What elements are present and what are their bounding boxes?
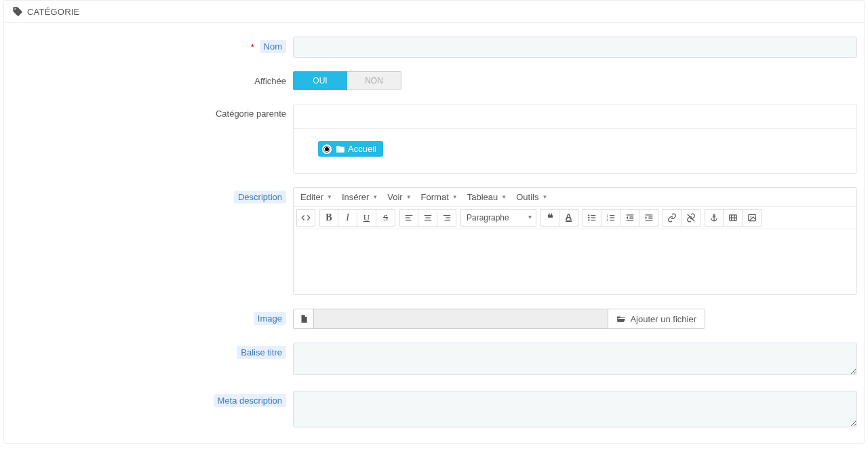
folder-icon	[336, 144, 345, 154]
align-right-button[interactable]	[437, 209, 456, 227]
title-tag-input[interactable]	[293, 343, 857, 375]
anchor-button[interactable]	[705, 209, 724, 227]
tag-icon	[12, 6, 23, 17]
editor-content-area[interactable]	[294, 229, 856, 294]
svg-point-38	[750, 216, 751, 218]
source-code-button[interactable]	[296, 209, 315, 227]
svg-text:3: 3	[606, 218, 608, 222]
link-button[interactable]	[663, 209, 682, 227]
menu-insert[interactable]: Insérer▼	[342, 192, 378, 202]
row-parent-category: Catégorie parente Accueil	[11, 104, 857, 174]
row-title-tag: Balise titre	[11, 343, 857, 377]
menu-edit[interactable]: Editer▼	[300, 192, 332, 202]
label-image-text: Image	[254, 312, 286, 325]
underline-button[interactable]: U	[357, 209, 376, 227]
label-name-text: Nom	[260, 40, 286, 53]
row-displayed: Affichée OUI NON	[11, 71, 857, 90]
name-input[interactable]	[293, 37, 857, 58]
align-center-button[interactable]	[418, 209, 437, 227]
label-description: Description	[11, 187, 293, 295]
toggle-no[interactable]: NON	[347, 71, 401, 90]
label-meta-description-text: Meta description	[214, 394, 286, 407]
row-meta-description: Meta description	[11, 391, 857, 429]
text-color-button[interactable]: A	[559, 209, 578, 227]
panel-header: CATÉGORIE	[4, 1, 864, 23]
radio-selected-icon	[322, 144, 332, 154]
outdent-button[interactable]	[620, 209, 639, 227]
svg-point-11	[589, 217, 589, 218]
svg-point-13	[589, 220, 589, 220]
indent-button[interactable]	[639, 209, 658, 227]
label-image: Image	[11, 309, 293, 329]
numbered-list-button[interactable]: 123	[601, 209, 620, 227]
add-file-button[interactable]: Ajouter un fichier	[608, 309, 705, 329]
required-asterisk: *	[251, 42, 254, 52]
bold-button[interactable]: B	[319, 209, 338, 227]
svg-point-9	[589, 215, 589, 216]
folder-open-icon	[616, 314, 626, 324]
category-panel: CATÉGORIE * Nom Affichée OUI NON	[3, 0, 865, 444]
blockquote-button[interactable]: ❝	[540, 209, 559, 227]
media-button[interactable]	[724, 209, 743, 227]
svg-point-30	[713, 214, 715, 216]
editor-menubar: Editer▼ Insérer▼ Voir▼ Format▼ Tableau▼ …	[294, 188, 856, 207]
label-title-tag: Balise titre	[11, 343, 293, 377]
image-button[interactable]	[743, 209, 762, 227]
category-tree-search[interactable]	[294, 104, 856, 129]
label-displayed: Affichée	[11, 71, 293, 90]
toggle-yes[interactable]: OUI	[293, 71, 347, 90]
tree-node-root[interactable]: Accueil	[318, 141, 383, 157]
label-meta-description: Meta description	[11, 391, 293, 429]
unlink-button[interactable]	[682, 209, 701, 227]
tree-node-label: Accueil	[348, 144, 376, 154]
row-description: Description Editer▼ Insérer▼ Voir▼ Forma…	[11, 187, 857, 295]
menu-view[interactable]: Voir▼	[387, 192, 411, 202]
italic-button[interactable]: I	[338, 209, 357, 227]
file-path-display	[313, 309, 608, 329]
add-file-label: Ajouter un fichier	[630, 314, 696, 324]
panel-body: * Nom Affichée OUI NON Catégorie parente	[4, 23, 864, 443]
label-description-text: Description	[234, 191, 286, 204]
label-parent-category: Catégorie parente	[11, 104, 293, 174]
block-format-select[interactable]: Paragraphe	[460, 209, 536, 227]
menu-tools[interactable]: Outils▼	[516, 192, 547, 202]
file-icon	[293, 309, 313, 329]
align-left-button[interactable]	[399, 209, 418, 227]
displayed-toggle[interactable]: OUI NON	[293, 71, 401, 90]
file-upload: Ajouter un fichier	[293, 309, 705, 329]
meta-description-input[interactable]	[293, 391, 857, 427]
row-image: Image Ajouter un fichier	[11, 309, 857, 329]
category-tree: Accueil	[293, 104, 857, 174]
label-name: * Nom	[11, 37, 293, 58]
bullet-list-button[interactable]	[583, 209, 601, 227]
strikethrough-button[interactable]: S	[376, 209, 395, 227]
row-name: * Nom	[11, 37, 857, 58]
menu-format[interactable]: Format▼	[421, 192, 458, 202]
label-title-tag-text: Balise titre	[237, 346, 286, 359]
editor-toolbar: B I U S Paragraphe	[294, 207, 856, 229]
category-tree-body: Accueil	[294, 129, 856, 173]
panel-title: CATÉGORIE	[27, 7, 79, 17]
menu-table[interactable]: Tableau▼	[467, 192, 507, 202]
rich-text-editor: Editer▼ Insérer▼ Voir▼ Format▼ Tableau▼ …	[293, 187, 857, 295]
